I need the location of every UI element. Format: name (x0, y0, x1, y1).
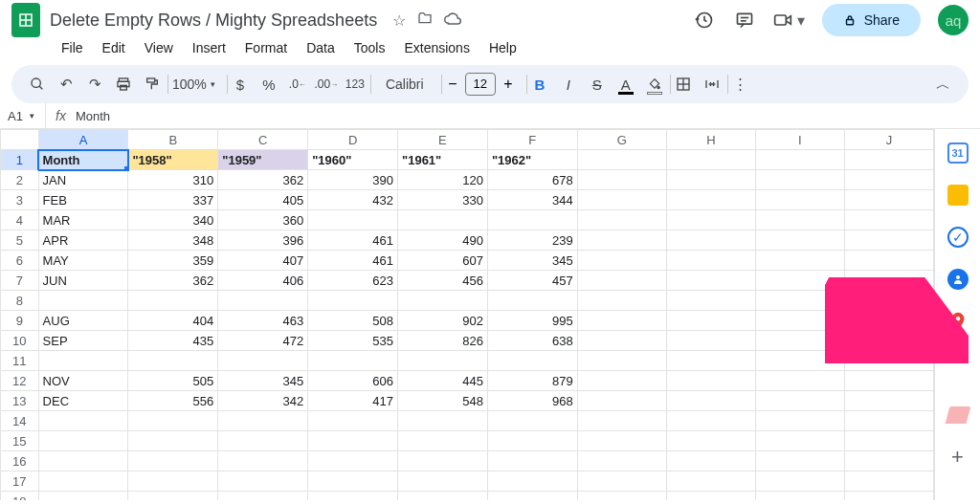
cell-H11[interactable] (666, 351, 755, 371)
cell-B4[interactable]: 340 (128, 210, 218, 230)
cell-I1[interactable] (755, 150, 844, 170)
row-header-12[interactable]: 12 (1, 371, 39, 391)
cell-J14[interactable] (844, 411, 933, 431)
select-all-corner[interactable] (1, 130, 39, 150)
cell-E8[interactable] (398, 291, 488, 311)
cell-B12[interactable]: 505 (128, 371, 218, 391)
cell-D5[interactable]: 461 (308, 230, 398, 251)
increase-font-icon[interactable]: + (498, 76, 519, 93)
cell-A17[interactable] (38, 471, 128, 492)
cell-G2[interactable] (577, 170, 666, 190)
spreadsheet-grid[interactable]: ABCDEFGHIJ1Month"1958""1959""1960""1961"… (0, 129, 934, 500)
cell-G5[interactable] (577, 230, 666, 251)
cell-H16[interactable] (666, 451, 755, 471)
contacts-panel-icon[interactable] (947, 269, 969, 290)
cell-I4[interactable] (755, 210, 844, 230)
cell-H10[interactable] (666, 331, 755, 351)
cell-C15[interactable] (218, 431, 308, 451)
row-header-6[interactable]: 6 (1, 251, 39, 271)
row-header-14[interactable]: 14 (1, 411, 39, 431)
font-select[interactable]: Calibri (371, 71, 438, 98)
cell-D10[interactable]: 535 (308, 331, 398, 351)
cell-C18[interactable] (218, 492, 308, 501)
cell-G18[interactable] (577, 492, 666, 501)
row-header-15[interactable]: 15 (1, 431, 39, 451)
col-header-E[interactable]: E (398, 130, 488, 150)
cell-J16[interactable] (844, 451, 933, 471)
cell-C8[interactable] (218, 291, 308, 311)
cell-A14[interactable] (38, 411, 128, 431)
cell-F17[interactable] (487, 471, 577, 492)
col-header-D[interactable]: D (308, 130, 398, 150)
menu-data[interactable]: Data (299, 36, 343, 59)
row-header-11[interactable]: 11 (1, 351, 39, 371)
cell-E5[interactable]: 490 (398, 230, 488, 251)
cell-C9[interactable]: 463 (218, 311, 308, 331)
eraser-addon-icon[interactable] (947, 405, 969, 426)
cell-H15[interactable] (666, 431, 755, 451)
row-header-5[interactable]: 5 (1, 230, 39, 251)
cell-G13[interactable] (577, 391, 666, 411)
cell-J1[interactable] (844, 150, 933, 170)
cell-J9[interactable] (844, 311, 933, 331)
cell-C17[interactable] (218, 471, 308, 492)
cell-E3[interactable]: 330 (398, 190, 488, 210)
col-header-H[interactable]: H (666, 130, 755, 150)
sheets-logo-icon[interactable] (11, 3, 40, 37)
cell-C5[interactable]: 396 (218, 230, 308, 251)
increase-decimal-icon[interactable]: .00→ (314, 71, 339, 98)
col-header-B[interactable]: B (128, 130, 218, 150)
cell-G14[interactable] (577, 411, 666, 431)
cell-J6[interactable] (844, 251, 933, 271)
cell-B5[interactable]: 348 (128, 230, 218, 251)
cell-B2[interactable]: 310 (128, 170, 218, 190)
cell-E10[interactable]: 826 (398, 331, 488, 351)
cell-D1[interactable]: "1960" (308, 150, 398, 170)
strike-button[interactable]: S (585, 71, 610, 98)
cloud-status-icon[interactable] (444, 11, 461, 29)
keep-panel-icon[interactable] (947, 185, 969, 206)
cell-F18[interactable] (487, 492, 577, 501)
cell-J12[interactable] (844, 371, 933, 391)
cell-F13[interactable]: 968 (487, 391, 577, 411)
cell-E18[interactable] (398, 492, 488, 501)
cell-G12[interactable] (577, 371, 666, 391)
row-header-10[interactable]: 10 (1, 331, 39, 351)
cell-H18[interactable] (666, 492, 755, 501)
cell-I6[interactable] (755, 251, 844, 271)
menu-file[interactable]: File (54, 36, 91, 59)
cell-H1[interactable] (666, 150, 755, 170)
cell-C13[interactable]: 342 (218, 391, 308, 411)
cell-H13[interactable] (666, 391, 755, 411)
cell-A4[interactable]: MAR (38, 210, 128, 230)
cell-F12[interactable]: 879 (487, 371, 577, 391)
cell-D15[interactable] (308, 431, 398, 451)
cell-A12[interactable]: NOV (38, 371, 128, 391)
cell-H6[interactable] (666, 251, 755, 271)
cell-C12[interactable]: 345 (218, 371, 308, 391)
currency-icon[interactable]: $ (228, 71, 253, 98)
cell-D12[interactable]: 606 (308, 371, 398, 391)
cell-C10[interactable]: 472 (218, 331, 308, 351)
cell-G17[interactable] (577, 471, 666, 492)
cell-F16[interactable] (487, 451, 577, 471)
cell-G4[interactable] (577, 210, 666, 230)
undo-icon[interactable]: ↶ (54, 71, 78, 98)
cell-F1[interactable]: "1962" (487, 150, 577, 170)
cell-E1[interactable]: "1961" (398, 150, 488, 170)
cell-C11[interactable] (218, 351, 308, 371)
cell-E6[interactable]: 607 (398, 251, 488, 271)
cell-J4[interactable] (844, 210, 933, 230)
cell-C1[interactable]: "1959" (218, 150, 308, 170)
col-header-A[interactable]: A (38, 130, 128, 150)
col-header-G[interactable]: G (577, 130, 666, 150)
cell-B10[interactable]: 435 (128, 331, 218, 351)
col-header-J[interactable]: J (844, 130, 933, 150)
cell-G8[interactable] (577, 291, 666, 311)
zoom-select[interactable]: 100% (168, 71, 219, 98)
cell-A9[interactable]: AUG (38, 311, 128, 331)
row-header-13[interactable]: 13 (1, 391, 39, 411)
cell-H3[interactable] (666, 190, 755, 210)
cell-I7[interactable] (755, 271, 844, 291)
cell-I2[interactable] (755, 170, 844, 190)
